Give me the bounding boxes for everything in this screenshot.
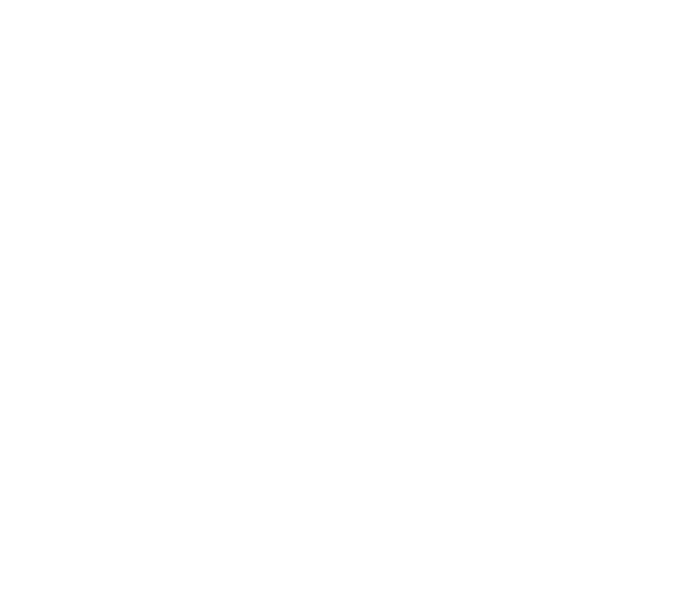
faceted-line-chart — [0, 0, 700, 600]
